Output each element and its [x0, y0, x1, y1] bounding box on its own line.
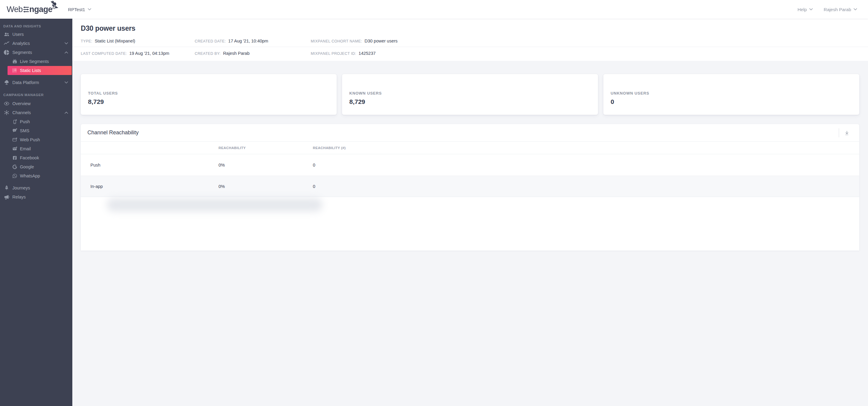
meta-label: MIXPANEL PROJECT ID: [311, 52, 356, 56]
users-icon [4, 31, 10, 37]
sidebar-item-static-lists[interactable]: Static Lists [7, 66, 72, 75]
meta-row-2: LAST COMPUTED DATE:19 Aug '21, 04:13pm C… [72, 47, 434, 61]
journeys-icon [4, 185, 10, 191]
sidebar-item-label: Relays [12, 195, 26, 199]
reachability-column-headers: REACHABILITY REACHABILITY (#) [81, 141, 434, 154]
cell-count: 0 [313, 163, 434, 167]
meta-label: CREATED BY: [195, 52, 221, 56]
chevron-up-icon [64, 111, 68, 114]
cell-reachability: 0% [218, 184, 313, 189]
project-name: RPTest1 [68, 7, 85, 12]
loading-blur [107, 198, 322, 203]
sidebar-item-push[interactable]: Push [0, 117, 72, 126]
channels-icon [4, 110, 10, 116]
cell-channel: Push [90, 163, 218, 167]
meta-created-date: CREATED DATE:17 Aug '21, 10:40pm [195, 39, 311, 43]
sidebar-item-label: Journeys [12, 185, 30, 190]
chevron-down-icon [64, 42, 68, 44]
sidebar-item-analytics[interactable]: Analytics [0, 39, 72, 48]
sidebar-item-label: Overview [12, 101, 30, 106]
web-push-icon [12, 137, 18, 142]
project-switcher[interactable]: RPTest1 [68, 7, 92, 12]
sidebar-item-sms[interactable]: SMS [0, 126, 72, 135]
sidebar-item-label: Channels [12, 110, 31, 115]
page-header-band: D30 power users TYPE:Static List (Mixpan… [72, 19, 434, 61]
sidebar-item-label: Email [20, 146, 31, 151]
sidebar-item-journeys[interactable]: Journeys [0, 183, 72, 193]
data-platform-icon [4, 79, 10, 86]
live-segments-icon [12, 59, 18, 64]
channel-reachability-card: Channel Reachability REACHABILITY REACHA… [81, 124, 434, 203]
sidebar-item-email[interactable]: Email [0, 144, 72, 153]
email-icon [12, 146, 18, 151]
facebook-icon [12, 155, 18, 161]
chevron-down-icon [88, 8, 91, 10]
analytics-icon [4, 40, 10, 46]
meta-last-computed-date: LAST COMPUTED DATE:19 Aug '21, 04:13pm [81, 51, 195, 56]
sidebar-item-label: Facebook [20, 156, 39, 160]
sidebar-item-live-segments[interactable]: Live Segments [0, 57, 72, 66]
sidebar-item-channels[interactable]: Channels [0, 108, 72, 117]
meta-value: 19 Aug '21, 04:13pm [129, 51, 169, 56]
meta-label: LAST COMPUTED DATE: [81, 52, 127, 56]
topbar: Web ngage RPTest1 Help Rajesh Parab [0, 0, 434, 19]
table-row-push: Push 0% 0 [81, 154, 434, 176]
sidebar-item-web-push[interactable]: Web Push [0, 135, 72, 144]
sidebar-item-users[interactable]: Users [0, 30, 72, 39]
sidebar-item-data-platform[interactable]: Data Platform [0, 78, 72, 87]
meta-type: TYPE:Static List (Mixpanel) [81, 39, 195, 43]
logo-text-web: Web [7, 5, 23, 14]
sidebar-item-relays[interactable]: Relays [0, 193, 72, 202]
sidebar-item-google[interactable]: Google [0, 162, 72, 171]
sidebar-item-segments[interactable]: Segments [0, 48, 72, 57]
sidebar-item-label: Push [20, 119, 30, 124]
segments-icon [4, 49, 10, 56]
column-header-reachability: REACHABILITY [218, 146, 313, 150]
stat-label: TOTAL USERS [88, 91, 330, 96]
sidebar-item-label: Data Platform [12, 80, 39, 85]
meta-mixpanel-cohort-name: MIXPANEL COHORT NAME:D30 power users [311, 39, 434, 43]
meta-created-by: CREATED BY:Rajesh Parab [195, 51, 311, 56]
stat-value: 8,729 [349, 98, 434, 105]
webengage-logo[interactable]: Web ngage [7, 5, 53, 14]
sidebar-item-whatsapp[interactable]: WhatsApp [0, 171, 72, 180]
stat-label: KNOWN USERS [349, 91, 434, 96]
sidebar-item-label: Segments [12, 50, 32, 55]
column-header-reachability-count: REACHABILITY (#) [313, 146, 434, 150]
chevron-up-icon [64, 51, 68, 54]
stat-cards: TOTAL USERS 8,729 KNOWN USERS 8,729 UNKN… [81, 74, 434, 115]
sidebar-item-label: Users [12, 32, 24, 37]
stat-card-known-users: KNOWN USERS 8,729 [342, 74, 434, 115]
meta-row-1: TYPE:Static List (Mixpanel) CREATED DATE… [72, 32, 434, 47]
google-icon [12, 164, 18, 170]
logo-arrows-icon [23, 6, 29, 13]
sidebar-item-overview[interactable]: Overview [0, 99, 72, 108]
meta-value: D30 power users [364, 39, 398, 43]
table-row-in-app: In-app 0% 0 [81, 176, 434, 197]
static-lists-icon [12, 68, 18, 73]
sidebar-item-label: Static Lists [20, 68, 41, 73]
meta-label: TYPE: [81, 39, 92, 43]
main-content: D30 power users TYPE:Static List (Mixpan… [72, 19, 434, 203]
page-title: D30 power users [72, 19, 434, 32]
meta-value: Static List (Mixpanel) [95, 39, 135, 43]
meta-value: 1425237 [359, 51, 375, 56]
sidebar-item-facebook[interactable]: Facebook [0, 153, 72, 162]
sidebar-item-label: Live Segments [20, 59, 49, 64]
stat-value: 8,729 [88, 98, 330, 105]
logo-text-ngage: ngage [29, 5, 53, 14]
meta-label: CREATED DATE: [195, 39, 226, 43]
chevron-down-icon [64, 81, 68, 84]
reachability-title: Channel Reachability [87, 130, 138, 136]
overview-icon [4, 101, 10, 107]
push-icon [12, 119, 18, 124]
meta-value: Rajesh Parab [223, 51, 250, 56]
sidebar-item-label: Analytics [12, 41, 30, 46]
sidebar-item-label: Google [20, 164, 34, 169]
section-header-campaign-manager: CAMPAIGN MANAGER [0, 91, 72, 99]
relays-icon [4, 194, 10, 200]
sidebar-item-label: SMS [20, 128, 29, 133]
sms-icon [12, 128, 18, 133]
stat-card-total-users: TOTAL USERS 8,729 [81, 74, 337, 115]
meta-mixpanel-project-id: MIXPANEL PROJECT ID:1425237 [311, 51, 434, 56]
